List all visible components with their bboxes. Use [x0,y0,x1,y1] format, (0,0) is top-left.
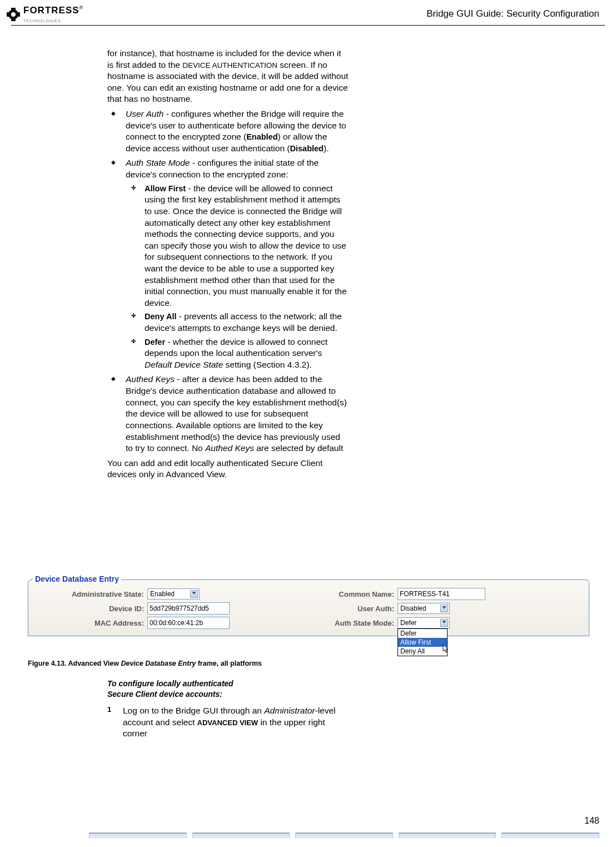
figure-caption-ital: Device Database Entry [121,660,196,667]
authed-keys-term: Authed Keys [126,374,175,384]
step-text: Log on to the Bridge GUI through an Admi… [123,705,349,740]
step1-caps: ADVANCED VIEW [197,719,259,727]
authed-keys-ital: Authed Keys [205,443,254,453]
user-auth-enabled: Enabled [246,132,277,141]
label-auth-mode: Auth State Mode: [300,619,398,627]
page-header-title: Bridge GUI Guide: Security Configuration [426,8,599,19]
chevron-down-icon [192,592,196,595]
intro-paragraph: for instance), that hostname is included… [107,48,349,105]
procedure-heading: To configure locally authenticated Secur… [107,678,234,700]
defer-label: Defer [145,338,165,346]
common-name-input[interactable] [398,588,485,600]
sub-allow-first: Allow First - the device will be allowed… [141,183,349,309]
step-1: 1 Log on to the Bridge GUI through an Ad… [107,705,349,740]
asm-term: Auth State Mode [126,158,190,167]
panel-legend: Device Database Entry [33,574,121,583]
user-auth-select[interactable]: Disabled [398,603,450,614]
closing-paragraph: You can add and edit locally authenticat… [107,458,349,481]
dropdown-option-deny-all[interactable]: Deny All [398,647,447,656]
user-auth-disabled: Disabled [290,144,324,153]
label-user-auth: User Auth: [300,605,398,613]
step-number: 1 [107,705,123,740]
header-divider [11,25,605,26]
user-auth-text-c: ). [324,143,329,153]
figure-caption-suffix: frame, all platforms [196,660,262,667]
chevron-down-icon [442,621,446,623]
fortress-logo-icon [6,7,21,22]
footer-decorative-bar [89,833,605,840]
page-number: 148 [584,816,599,826]
brand-subtitle: TECHNOLOGIES [23,19,61,23]
user-auth-value: Disabled [400,605,426,612]
sub-defer: Defer - whether the device is allowed to… [141,336,349,371]
chevron-down-icon [442,606,446,609]
figure-caption-prefix: Figure 4.13. Advanced View [28,660,121,667]
authed-keys-text-b: are selected by default [254,443,343,453]
allow-first-text: - the device will be allowed to connect … [145,184,347,308]
device-database-entry-panel: Device Database Entry Administrative Sta… [28,579,589,636]
device-id-input[interactable] [147,602,230,615]
proc-heading-line2: Secure Client device accounts: [107,690,222,699]
defer-text-a: - whether the device is allowed to conne… [145,337,327,358]
brand-logo: FORTRESS® TECHNOLOGIES [6,6,83,23]
defer-text-b: setting (Section 4.3.2). [223,360,311,369]
mac-input[interactable] [147,617,230,629]
deny-all-label: Deny All [145,312,176,321]
figure-caption: Figure 4.13. Advanced View Device Databa… [28,660,262,667]
label-admin-state: Administrative State: [38,590,147,598]
intro-device-auth-caps: DEVICE AUTHENTICATION [182,61,277,70]
label-device-id: Device ID: [38,605,147,613]
defer-ital: Default Device State [145,360,223,369]
dropdown-option-allow-first[interactable]: Allow First [398,638,447,647]
auth-mode-select[interactable]: Defer Defer Allow First Deny All [398,617,450,628]
admin-state-value: Enabled [150,590,175,598]
auth-mode-value: Defer [400,619,416,627]
bullet-user-auth: User Auth - configures whether the Bridg… [120,108,349,154]
proc-heading-line1: To configure locally authenticated [107,679,234,688]
auth-mode-dropdown-list[interactable]: Defer Allow First Deny All [398,628,448,656]
authed-keys-text-a: - after a device has been added to the B… [126,374,347,453]
bullet-auth-state-mode: Auth State Mode - configures the initial… [120,157,349,370]
brand-name: FORTRESS [23,5,80,16]
allow-first-label: Allow First [145,184,186,193]
dropdown-option-defer[interactable]: Defer [398,629,447,638]
registered-mark: ® [80,5,83,11]
label-common-name: Common Name: [300,590,398,598]
user-auth-term: User Auth [126,109,163,118]
step1-ital: Administrator [264,706,315,715]
sub-deny-all: Deny All - prevents all access to the ne… [141,311,349,334]
bullet-authed-keys: Authed Keys - after a device has been ad… [120,374,349,454]
step1-a: Log on to the Bridge GUI through an [123,706,264,715]
label-mac: MAC Address: [38,619,147,627]
brand-text: FORTRESS® TECHNOLOGIES [23,6,83,23]
admin-state-select[interactable]: Enabled [147,588,200,600]
